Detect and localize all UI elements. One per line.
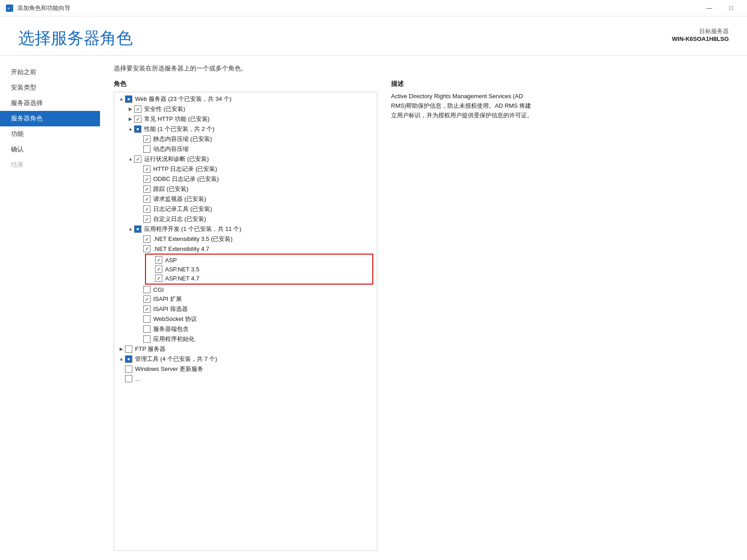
checkbox-security[interactable] [134, 105, 141, 113]
sidebar-item-server-roles[interactable]: 服务器角色 [0, 111, 100, 126]
checkbox-aspnet35[interactable] [155, 265, 162, 273]
tree-row-more: … [114, 374, 377, 383]
tree-row-server-side-include[interactable]: 服务器端包含 [114, 324, 377, 334]
sidebar-item-result: 结果 [0, 157, 100, 173]
checkbox-wsus[interactable] [125, 365, 132, 373]
tree-row-wsus[interactable]: Windows Server 更新服务 [114, 364, 377, 374]
expand-ph7 [136, 205, 143, 213]
tree-row-aspnet47[interactable]: ASP.NET 4.7 [146, 274, 372, 283]
title-bar: + 添加角色和功能向导 — □ [0, 0, 747, 16]
checkbox-asp[interactable] [155, 256, 162, 264]
tree-row-dynamic-compress[interactable]: 动态内容压缩 [114, 144, 377, 154]
checkbox-web-server[interactable] [125, 95, 132, 103]
label-dynamic-compress: 动态内容压缩 [153, 145, 189, 153]
sidebar-item-confirm[interactable]: 确认 [0, 142, 100, 157]
desc-text: Active Directory Rights Management Servi… [391, 92, 536, 120]
tree-row-security[interactable]: ▶ 安全性 (已安装) [114, 104, 377, 114]
tree-row-ftp[interactable]: ▶ FTP 服务器 [114, 344, 377, 354]
tree-row-isapi-ext[interactable]: ISAPI 扩展 [114, 294, 377, 304]
minimize-button[interactable]: — [699, 2, 720, 15]
header: 选择服务器角色 目标服务器 WIN-K6SOA1H8LSG [0, 16, 747, 55]
tree-row-isapi-filter[interactable]: ISAPI 筛选器 [114, 304, 377, 314]
tree-row-app-dev[interactable]: ▲ 应用程序开发 (1 个已安装，共 11 个) [114, 224, 377, 234]
tree-row-static-compress[interactable]: 静态内容压缩 (已安装) [114, 134, 377, 144]
tree-row-asp[interactable]: ASP [146, 255, 372, 265]
role-column-header: 角色 [114, 80, 377, 88]
expand-ph8 [136, 215, 143, 223]
label-isapi-ext: ISAPI 扩展 [153, 295, 182, 303]
tree-row-cgi[interactable]: CGI [114, 285, 377, 294]
expand-arrow-perf[interactable]: ▲ [127, 125, 134, 133]
label-http: 常见 HTTP 功能 (已安装) [144, 115, 210, 123]
label-mgmt: 管理工具 (4 个已安装，共 7 个) [135, 355, 217, 363]
tree-row-http-log[interactable]: HTTP 日志记录 (已安装) [114, 164, 377, 174]
tree-scroll: ▲ Web 服务器 (23 个已安装，共 34 个) ▶ 安全性 (已安装) [114, 92, 377, 385]
tree-row-perf[interactable]: ▲ 性能 (1 个已安装，共 2 个) [114, 124, 377, 134]
checkbox-trace[interactable] [143, 185, 150, 193]
checkbox-log-tools[interactable] [143, 205, 150, 213]
checkbox-net35[interactable] [143, 235, 150, 243]
app-icon: + [5, 4, 14, 12]
label-app-dev: 应用程序开发 (1 个已安装，共 11 个) [144, 225, 241, 233]
label-wsus: Windows Server 更新服务 [135, 365, 203, 373]
label-server-side-include: 服务器端包含 [153, 325, 189, 333]
sidebar-item-start[interactable]: 开始之前 [0, 65, 100, 80]
checkbox-http[interactable] [134, 115, 141, 123]
expand-arrow[interactable]: ▲ [118, 95, 125, 103]
label-trace: 跟踪 (已安装) [153, 185, 188, 193]
tree-row-websocket[interactable]: WebSocket 协议 [114, 314, 377, 324]
checkbox-isapi-ext[interactable] [143, 295, 150, 303]
asp-highlight-box: ASP ASP.NET 3.5 ASP. [145, 254, 373, 285]
checkbox-static-compress[interactable] [143, 135, 150, 143]
tree-row-request-monitor[interactable]: 请求监视器 (已安装) [114, 194, 377, 204]
tree-row-web-server[interactable]: ▲ Web 服务器 (23 个已安装，共 34 个) [114, 94, 377, 104]
checkbox-net47[interactable] [143, 245, 150, 252]
checkbox-request-monitor[interactable] [143, 195, 150, 203]
tree-row-app-init[interactable]: 应用程序初始化 [114, 334, 377, 344]
checkbox-cgi[interactable] [143, 286, 150, 293]
maximize-button[interactable]: □ [721, 2, 742, 15]
target-server-name: WIN-K6SOA1H8LSG [672, 35, 729, 42]
expand-arrow-ftp[interactable]: ▶ [118, 345, 125, 353]
checkbox-health[interactable] [134, 155, 141, 163]
expand-ph16 [136, 305, 143, 313]
expand-ph12 [148, 265, 155, 273]
checkbox-odbc-log[interactable] [143, 175, 150, 183]
tree-row-http[interactable]: ▶ 常见 HTTP 功能 (已安装) [114, 114, 377, 124]
tree-row-log-tools[interactable]: 日志记录工具 (已安装) [114, 204, 377, 214]
expand-arrow-mgmt[interactable]: ▲ [118, 355, 125, 363]
tree-row-net35[interactable]: .NET Extensibility 3.5 (已安装) [114, 234, 377, 244]
expand-arrow-app-dev[interactable]: ▲ [127, 225, 134, 233]
tree-row-aspnet35[interactable]: ASP.NET 3.5 [146, 265, 372, 274]
expand-arrow-security[interactable]: ▶ [127, 105, 134, 113]
tree-row-net47[interactable]: .NET Extensibility 4.7 [114, 244, 377, 253]
checkbox-websocket[interactable] [143, 315, 150, 323]
checkbox-mgmt[interactable] [125, 355, 132, 363]
main-panel: 选择要安装在所选服务器上的一个或多个角色。 角色 ▲ Web 服务器 (23 个… [100, 55, 747, 560]
label-more: … [135, 375, 141, 382]
tree-container[interactable]: ▲ Web 服务器 (23 个已安装，共 34 个) ▶ 安全性 (已安装) [114, 92, 377, 551]
checkbox-server-side-include[interactable] [143, 325, 150, 333]
tree-row-custom-log[interactable]: 自定义日志 (已安装) [114, 214, 377, 224]
checkbox-isapi-filter[interactable] [143, 305, 150, 313]
expand-arrow-health[interactable]: ▲ [127, 155, 134, 163]
tree-row-odbc-log[interactable]: ODBC 日志记录 (已安装) [114, 174, 377, 184]
sidebar-item-features[interactable]: 功能 [0, 126, 100, 142]
expand-arrow-http[interactable]: ▶ [127, 115, 134, 123]
checkbox-dynamic-compress[interactable] [143, 145, 150, 153]
checkbox-aspnet47[interactable] [155, 275, 162, 282]
sidebar-item-install-type[interactable]: 安装类型 [0, 80, 100, 95]
tree-row-trace[interactable]: 跟踪 (已安装) [114, 184, 377, 194]
checkbox-ftp[interactable] [125, 345, 132, 353]
tree-row-health[interactable]: ▲ 运行状况和诊断 (已安装) [114, 154, 377, 164]
checkbox-perf[interactable] [134, 125, 141, 133]
sidebar-item-server-select[interactable]: 服务器选择 [0, 95, 100, 111]
checkbox-custom-log[interactable] [143, 215, 150, 223]
label-net47: .NET Extensibility 4.7 [153, 245, 209, 252]
checkbox-app-dev[interactable] [134, 225, 141, 233]
tree-row-mgmt[interactable]: ▲ 管理工具 (4 个已安装，共 7 个) [114, 354, 377, 364]
checkbox-app-init[interactable] [143, 335, 150, 343]
checkbox-http-log[interactable] [143, 165, 150, 173]
checkbox-more[interactable] [125, 375, 132, 382]
label-custom-log: 自定义日志 (已安装) [153, 215, 206, 223]
